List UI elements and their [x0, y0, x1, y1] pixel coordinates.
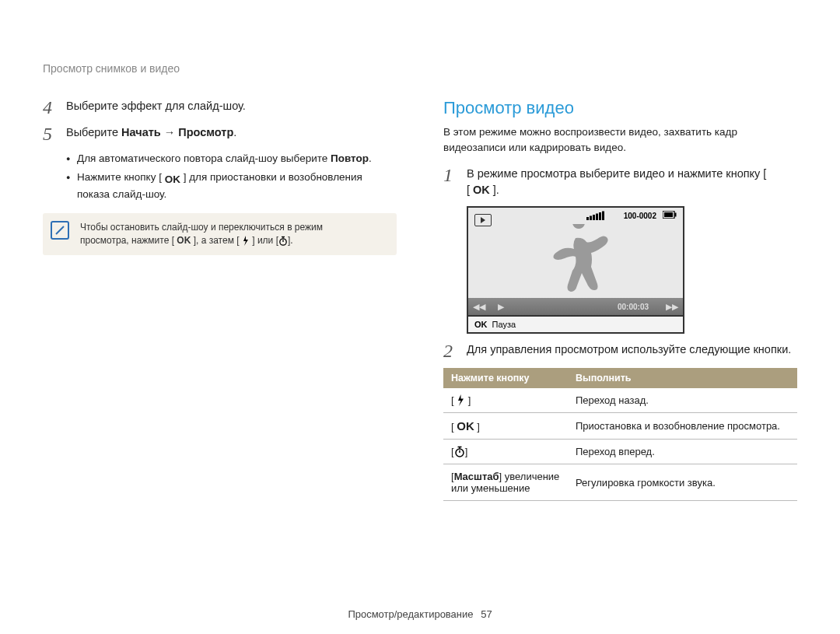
step-text: Для управления просмотром используйте сл…	[467, 342, 797, 358]
step-text: Выберите Начать → Просмотр.	[66, 124, 397, 141]
step-number: 2	[443, 342, 457, 360]
step1-suf: ].	[490, 184, 499, 196]
svg-rect-6	[664, 212, 673, 217]
video-canvas: 100-0002 ◀◀ ▶ 00:00:03 ▶▶	[468, 208, 683, 315]
footer-label: Просмотр/редактирование	[348, 608, 473, 620]
section-heading: Просмотр видео	[443, 98, 797, 118]
volume-icon	[586, 211, 618, 220]
note-l2b: ], а затем [	[191, 235, 242, 246]
table-header: Нажмите кнопку	[443, 368, 568, 388]
bullet-item: Нажмите кнопку [ OK ] для приостановки и…	[66, 170, 397, 202]
video-caption: OK Пауза	[468, 315, 683, 332]
child-silhouette	[548, 224, 618, 298]
step-5: 5 Выберите Начать → Просмотр.	[43, 124, 397, 143]
step-text: Выберите эффект для слайд-шоу.	[66, 98, 397, 114]
step-number: 4	[43, 98, 57, 117]
table-row: [] Переход вперед.	[443, 440, 797, 464]
play-icon: ▶	[498, 302, 504, 312]
section-intro: В этом режиме можно воспроизвести видео,…	[443, 124, 797, 155]
right-column: Просмотр видео В этом режиме можно воспр…	[443, 98, 797, 501]
step5-bullets: Для автоматического повтора слайд-шоу вы…	[43, 151, 397, 202]
key-cell: []	[443, 440, 568, 464]
step-text: В режиме просмотра выберите видео и нажм…	[467, 166, 797, 198]
video-preview: 100-0002 ◀◀ ▶ 00:00:03 ▶▶	[467, 206, 684, 334]
battery-icon	[663, 211, 677, 220]
video-time: 00:00:03	[618, 303, 649, 311]
left-column: 4 Выберите эффект для слайд-шоу. 5 Выбер…	[43, 98, 397, 501]
step-1: 1 В режиме просмотра выберите видео и на…	[443, 166, 797, 198]
breadcrumb: Просмотр снимков и видео	[43, 62, 797, 75]
page-number: 57	[481, 608, 492, 620]
ok-icon: OK	[473, 184, 490, 196]
table-row: [ OK ] Приостановка и возобновление прос…	[443, 413, 797, 440]
content-columns: 4 Выберите эффект для слайд-шоу. 5 Выбер…	[43, 98, 797, 501]
controls-table: Нажмите кнопку Выполнить [ ] Переход наз…	[443, 368, 797, 501]
key-cell: [Масштаб] увеличение или уменьшение	[443, 464, 568, 501]
video-control-bar: ◀◀ ▶ 00:00:03 ▶▶	[468, 298, 683, 315]
pause-label: Пауза	[492, 320, 516, 329]
svg-rect-7	[675, 213, 677, 217]
step1-pre: В режиме просмотра выберите видео и нажм…	[467, 167, 766, 180]
key-cell: [ OK ]	[443, 413, 568, 440]
ok-icon: OK	[177, 235, 191, 246]
step-number: 1	[443, 166, 457, 184]
step-number: 5	[43, 124, 57, 143]
note-icon	[51, 221, 69, 240]
diagonal-line-icon	[55, 226, 65, 235]
flash-icon	[457, 394, 465, 406]
ok-icon: OK	[165, 172, 180, 187]
timer-icon	[454, 446, 465, 457]
manual-page: Просмотр снимков и видео 4 Выберите эффе…	[0, 0, 840, 634]
ok-icon: OK	[474, 320, 488, 329]
bullet1-bold: Повтор	[331, 152, 369, 164]
note-l2d: ].	[288, 235, 293, 246]
table-row: [ ] Переход назад.	[443, 388, 797, 413]
key-cell: [ ]	[443, 388, 568, 413]
play-mode-icon	[474, 214, 492, 226]
table-header-row: Нажмите кнопку Выполнить	[443, 368, 797, 388]
action-cell: Приостановка и возобновление просмотра.	[568, 413, 797, 440]
video-counter: 100-0002	[624, 212, 656, 220]
zoom-bold: Масштаб	[454, 471, 499, 482]
note-l1: Чтобы остановить слайд-шоу и переключить…	[80, 222, 323, 233]
svg-line-0	[56, 226, 64, 234]
ok-icon: OK	[457, 419, 474, 433]
step-2: 2 Для управления просмотром используйте …	[443, 342, 797, 360]
action-cell: Регулировка громкости звука.	[568, 464, 797, 501]
bullet1-pre: Для автоматического повтора слайд-шоу вы…	[77, 152, 331, 164]
step5-prefix: Выберите	[66, 126, 121, 138]
flash-icon	[242, 236, 250, 246]
table-row: [Масштаб] увеличение или уменьшение Регу…	[443, 464, 797, 501]
note-text: Чтобы остановить слайд-шоу и переключить…	[80, 221, 386, 248]
bullet1-suf: .	[369, 152, 372, 164]
video-status-bar: 100-0002	[586, 211, 677, 220]
step5-bold: Начать → Просмотр	[121, 126, 233, 138]
timer-icon	[278, 236, 288, 246]
action-cell: Переход назад.	[568, 388, 797, 413]
step-4: 4 Выберите эффект для слайд-шоу.	[43, 98, 397, 117]
forward-icon: ▶▶	[666, 302, 678, 312]
rewind-icon: ◀◀	[473, 302, 485, 312]
table-header: Выполнить	[568, 368, 797, 388]
note-l2a: просмотра, нажмите [	[80, 235, 177, 246]
note-l2c: ] или [	[250, 235, 278, 246]
action-cell: Переход вперед.	[568, 440, 797, 464]
bullet-item: Для автоматического повтора слайд-шоу вы…	[66, 151, 397, 166]
bullet2-pre: Нажмите кнопку [	[77, 171, 165, 183]
page-footer: Просмотр/редактирование 57	[0, 608, 840, 620]
note: Чтобы остановить слайд-шоу и переключить…	[43, 213, 397, 256]
step5-suffix: .	[233, 126, 236, 138]
